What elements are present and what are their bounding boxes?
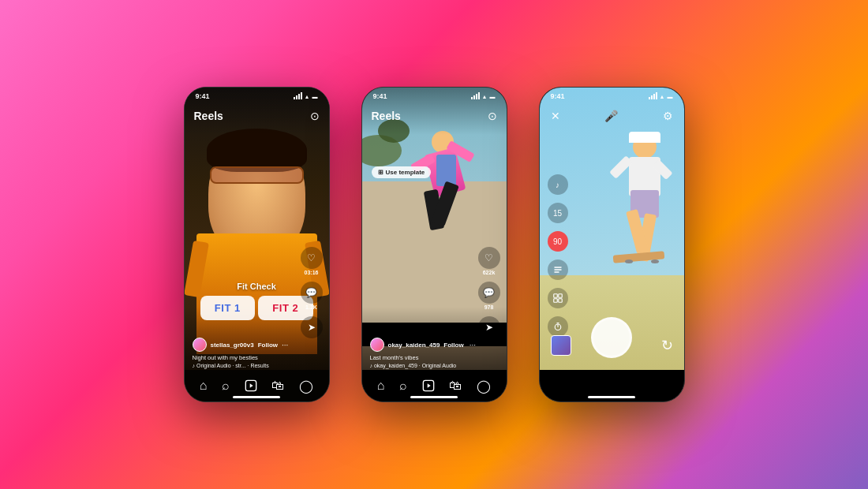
nav-shop-1[interactable]: 🛍 — [271, 379, 284, 393]
phone-1: 9:41 ▲ ▬ Reels ⊙ Fit Check FIT 1 FIT 2 ♡… — [184, 87, 330, 402]
template-icon: ⊞ — [378, 169, 383, 176]
duration-90-tool[interactable]: 90 — [548, 231, 568, 252]
phone-2: 9:41 ▲ ▬ Reels ⊙ ⊞ Use template ♡ 622k 💬… — [361, 87, 507, 402]
camera-tools: ♪ 15 90 — [548, 174, 568, 337]
svg-rect-8 — [558, 294, 562, 298]
comment-action-1[interactable]: 💬 1.2K — [301, 282, 323, 310]
like-count-1: 03:16 — [305, 270, 319, 275]
caption-1: Night out with my besties — [193, 354, 294, 361]
comment-action-2[interactable]: 💬 978 — [478, 282, 500, 310]
heart-icon-1: ♡ — [301, 247, 323, 269]
battery-icon-3: ▬ — [668, 94, 673, 99]
user-info-1: stellas_gr00v3 Follow ··· Night out with… — [193, 338, 294, 368]
nav-profile-2[interactable]: ◯ — [477, 379, 491, 394]
status-bar-1: 9:41 ▲ ▬ — [185, 88, 329, 105]
status-icons-1: ▲ ▬ — [294, 93, 318, 99]
like-action-1[interactable]: ♡ 03:16 — [301, 247, 323, 275]
heart-icon-2: ♡ — [478, 247, 500, 269]
username-2[interactable]: okay_kaiden_459 — [388, 342, 440, 349]
more-menu-2[interactable]: ··· — [470, 341, 476, 349]
comment-count-1: 1.2K — [305, 304, 317, 310]
home-indicator-3 — [588, 396, 635, 398]
nav-profile-1[interactable]: ◯ — [299, 379, 313, 394]
signal-icon — [294, 93, 302, 99]
shutter-button[interactable] — [591, 317, 632, 358]
fit1-button[interactable]: FIT 1 — [200, 296, 256, 320]
comment-count-2: 978 — [485, 304, 494, 310]
header-2: Reels ⊙ — [362, 105, 507, 127]
status-time-2: 9:41 — [373, 92, 387, 100]
status-icons-2: ▲ ▬ — [471, 93, 496, 99]
side-actions-2: ♡ 622k 💬 978 ➤ — [478, 247, 500, 338]
follow-button-2[interactable]: Follow — [443, 342, 463, 349]
layout-tool[interactable] — [548, 288, 568, 308]
follow-button-1[interactable]: Follow — [258, 342, 278, 349]
align-tool[interactable] — [548, 259, 568, 280]
share-action-2[interactable]: ➤ — [478, 316, 500, 338]
nav-home-2[interactable]: ⌂ — [377, 379, 385, 393]
header-title-2: Reels — [372, 110, 401, 122]
wifi-icon-3: ▲ — [660, 94, 665, 99]
svg-marker-3 — [427, 383, 430, 387]
status-bar-2: 9:41 ▲ ▬ — [362, 88, 507, 105]
share-icon-1: ➤ — [301, 316, 323, 338]
share-action-1[interactable]: ➤ — [301, 316, 323, 338]
more-menu-1[interactable]: ··· — [282, 341, 288, 349]
status-time-1: 9:41 — [196, 92, 210, 100]
wifi-icon: ▲ — [305, 94, 310, 99]
user-info-2: okay_kaiden_459 Follow ··· Last month's … — [370, 338, 471, 368]
duration-15-tool[interactable]: 15 — [548, 203, 568, 223]
wifi-icon-2: ▲ — [482, 94, 488, 99]
camera-top-bar: ✕ 🎤 ⚙ — [540, 105, 684, 127]
settings-icon[interactable]: ⚙ — [663, 110, 673, 122]
use-template-badge[interactable]: ⊞ Use template — [372, 166, 432, 178]
audio-mute-icon[interactable]: 🎤 — [604, 110, 618, 122]
header-1: Reels ⊙ — [185, 105, 329, 127]
home-indicator-2 — [410, 396, 458, 398]
caption-2: Last month's vibes — [370, 354, 471, 361]
username-1[interactable]: stellas_gr00v3 — [211, 342, 254, 349]
avatar-1 — [193, 338, 207, 352]
svg-rect-10 — [558, 299, 562, 303]
signal-icon-3 — [649, 93, 657, 99]
user-row-1: stellas_gr00v3 Follow ··· — [193, 338, 294, 352]
camera-icon-2[interactable]: ⊙ — [488, 110, 497, 122]
comment-icon-2: 💬 — [478, 282, 500, 304]
side-actions-1: ♡ 03:16 💬 1.2K ➤ — [301, 247, 323, 338]
nav-shop-2[interactable]: 🛍 — [449, 379, 462, 393]
status-icons-3: ▲ ▬ — [649, 93, 673, 99]
svg-rect-7 — [553, 294, 557, 298]
home-indicator-1 — [233, 396, 280, 398]
user-row-2: okay_kaiden_459 Follow ··· — [370, 338, 471, 352]
camera-icon-1[interactable]: ⊙ — [310, 110, 320, 122]
nav-reels-1[interactable] — [245, 379, 257, 392]
nav-reels-2[interactable] — [422, 379, 435, 392]
phone-3: 9:41 ▲ ▬ ✕ 🎤 ⚙ ♪ 15 90 ↻ — [539, 87, 685, 402]
music-tool[interactable]: ♪ — [548, 174, 568, 195]
status-time-3: 9:41 — [551, 92, 565, 100]
svg-rect-9 — [553, 299, 557, 303]
nav-search-2[interactable]: ⌕ — [399, 379, 407, 393]
comment-icon-1: 💬 — [301, 282, 323, 304]
signal-icon-2 — [471, 93, 480, 99]
like-count-2: 622k — [483, 270, 496, 275]
status-bar-3: 9:41 ▲ ▬ — [540, 88, 684, 105]
close-icon[interactable]: ✕ — [551, 110, 560, 122]
template-label: Use template — [386, 169, 425, 176]
header-title-1: Reels — [194, 110, 223, 122]
svg-marker-1 — [249, 383, 253, 387]
battery-icon: ▬ — [312, 94, 318, 99]
nav-search-1[interactable]: ⌕ — [222, 379, 230, 393]
audio-2: ♪ okay_kaiden_459 · Original Audio — [370, 363, 471, 368]
like-action-2[interactable]: ♡ 622k — [478, 247, 500, 275]
battery-icon-2: ▬ — [490, 94, 496, 99]
avatar-2 — [370, 338, 384, 352]
nav-home-1[interactable]: ⌂ — [200, 379, 208, 393]
share-icon-2: ➤ — [478, 316, 500, 338]
shutter-area — [540, 317, 684, 358]
audio-1: ♪ Original Audio · str... · Results — [193, 363, 294, 368]
